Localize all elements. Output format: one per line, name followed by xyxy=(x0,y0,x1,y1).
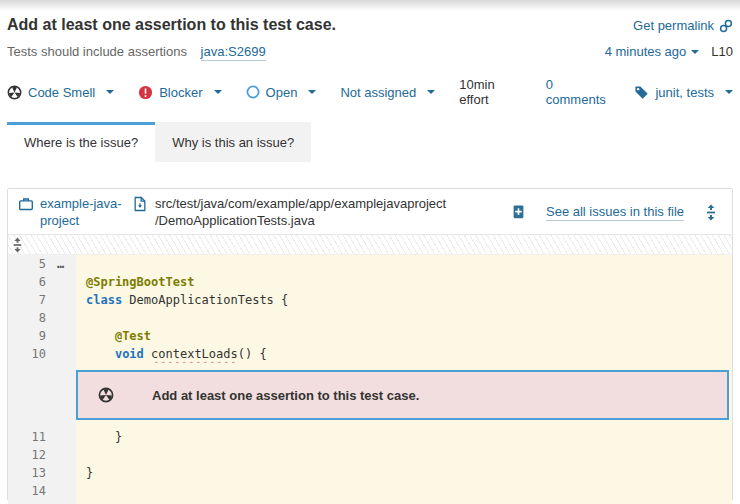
tags-dropdown[interactable]: junit, tests xyxy=(634,85,733,100)
code-smell-icon xyxy=(98,387,114,403)
see-all-issues-link[interactable]: See all issues in this file xyxy=(546,204,684,221)
code-text xyxy=(76,482,732,504)
effort-label: 10min effort xyxy=(459,77,522,107)
line-number[interactable]: 7 xyxy=(8,291,46,309)
status-label: Open xyxy=(266,85,298,100)
code-line: 12 xyxy=(8,446,732,464)
issue-toolbar: Code Smell Blocker Open Not assigned 10m… xyxy=(7,77,733,107)
code-lines: 5…6@SpringBootTest7class DemoApplication… xyxy=(8,255,732,500)
file-path-text: src/test/java/com/example/app/examplejav… xyxy=(155,195,446,229)
issue-subheader: Tests should include assertions java:S26… xyxy=(7,44,733,59)
issue-tabs: Where is the issue? Why is this an issue… xyxy=(7,122,733,162)
code-line: 11 } xyxy=(8,428,732,446)
line-number[interactable]: 14 xyxy=(8,482,46,500)
tab-why-is-this-an-issue[interactable]: Why is this an issue? xyxy=(155,122,311,162)
code-text xyxy=(76,446,732,464)
comments-link[interactable]: 0 comments xyxy=(546,77,611,107)
chevron-down-icon xyxy=(427,90,435,94)
blocker-icon xyxy=(138,85,153,100)
line-number[interactable]: 5 xyxy=(8,255,46,273)
severity-label: Blocker xyxy=(159,85,202,100)
chevron-down-icon xyxy=(308,90,316,94)
pin-file-icon[interactable] xyxy=(511,204,526,220)
changelog-dropdown[interactable]: 4 minutes ago xyxy=(605,44,700,59)
line-number[interactable]: 12 xyxy=(8,446,46,464)
issue-header: Add at least one assertion to this test … xyxy=(7,16,733,34)
top-shadow xyxy=(0,0,740,12)
code-line: 8 xyxy=(8,309,732,327)
project-icon xyxy=(18,196,34,212)
gutter-cell: 9 xyxy=(8,327,76,345)
expand-lines-icon xyxy=(11,237,24,253)
expand-lines-icon[interactable] xyxy=(704,204,718,221)
code-text: @Test xyxy=(76,327,732,345)
code-line: 14 xyxy=(8,482,732,500)
line-number[interactable]: 10 xyxy=(8,345,46,363)
code-line: 7class DemoApplicationTests { xyxy=(8,291,732,309)
gutter-cell: 6 xyxy=(8,273,76,291)
code-line: 13} xyxy=(8,464,732,482)
severity-dropdown[interactable]: Blocker xyxy=(138,85,221,100)
chevron-down-icon xyxy=(106,90,114,94)
issue-location-row: Add at least one assertion to this test … xyxy=(8,363,732,428)
expand-above-handle[interactable] xyxy=(8,235,732,255)
code-text: } xyxy=(76,428,732,446)
code-text xyxy=(76,309,732,327)
assignee-label: Not assigned xyxy=(340,85,416,100)
file-path: src/test/java/com/example/app/examplejav… xyxy=(132,195,446,229)
type-label: Code Smell xyxy=(28,85,95,100)
expand-ellipsis[interactable]: … xyxy=(46,255,64,273)
gutter-cell: 14 xyxy=(8,482,76,504)
gutter-cell: 13 xyxy=(8,464,76,482)
status-dropdown[interactable]: Open xyxy=(246,85,317,100)
gutter-cell: 5… xyxy=(8,255,76,273)
assignee-dropdown[interactable]: Not assigned xyxy=(340,85,435,100)
code-line: 10 void contextLoads() { xyxy=(8,345,732,363)
permalink-label: Get permalink xyxy=(633,18,714,33)
project-link[interactable]: example-java-project xyxy=(18,195,124,229)
issue-cell: Add at least one assertion to this test … xyxy=(76,363,732,428)
code-text: class DemoApplicationTests { xyxy=(76,291,732,309)
gutter-cell: 8 xyxy=(8,309,76,327)
file-header: example-java-project src/test/java/com/e… xyxy=(8,189,732,235)
code-line: 5… xyxy=(8,255,732,273)
issue-line-number: L10 xyxy=(711,44,733,59)
chevron-down-icon xyxy=(691,50,699,54)
chevron-down-icon xyxy=(725,90,733,94)
test-file-icon xyxy=(132,196,148,212)
rule-info: Tests should include assertions java:S26… xyxy=(7,44,266,59)
issue-meta: 4 minutes ago L10 xyxy=(605,44,733,59)
issue-message: Add at least one assertion to this test … xyxy=(152,388,419,403)
gutter-cell: 11 xyxy=(8,428,76,446)
rule-key-link[interactable]: java:S2699 xyxy=(201,44,266,61)
gutter-cell: 12 xyxy=(8,446,76,464)
chevron-down-icon xyxy=(214,90,222,94)
line-number[interactable]: 13 xyxy=(8,464,46,482)
rule-title: Tests should include assertions xyxy=(7,44,187,59)
gutter-cell: 7 xyxy=(8,291,76,309)
code-smell-icon xyxy=(7,85,22,100)
issue-message-box[interactable]: Add at least one assertion to this test … xyxy=(76,370,729,420)
gutter-cell: 10 xyxy=(8,345,76,363)
file-header-actions: See all issues in this file xyxy=(511,204,722,221)
tab-where-is-the-issue[interactable]: Where is the issue? xyxy=(7,122,155,162)
code-line: 6@SpringBootTest xyxy=(8,273,732,291)
line-number[interactable]: 6 xyxy=(8,273,46,291)
line-number[interactable]: 9 xyxy=(8,327,46,345)
issue-title: Add at least one assertion to this test … xyxy=(7,16,336,34)
tags-label: junit, tests xyxy=(655,85,714,100)
line-number[interactable]: 11 xyxy=(8,428,46,446)
line-number[interactable]: 8 xyxy=(8,309,46,327)
open-status-icon xyxy=(246,85,260,99)
project-name: example-java-project xyxy=(40,195,124,229)
issue-page: Add at least one assertion to this test … xyxy=(0,16,740,501)
code-text xyxy=(76,255,732,273)
get-permalink-link[interactable]: Get permalink xyxy=(633,18,733,33)
gutter-cell xyxy=(8,363,76,428)
code-text: void contextLoads() { xyxy=(76,345,732,363)
code-line: 9 @Test xyxy=(8,327,732,345)
code-text: @SpringBootTest xyxy=(76,273,732,291)
type-dropdown[interactable]: Code Smell xyxy=(7,85,114,100)
tag-icon xyxy=(634,85,649,100)
code-snippet-panel: example-java-project src/test/java/com/e… xyxy=(7,188,733,501)
